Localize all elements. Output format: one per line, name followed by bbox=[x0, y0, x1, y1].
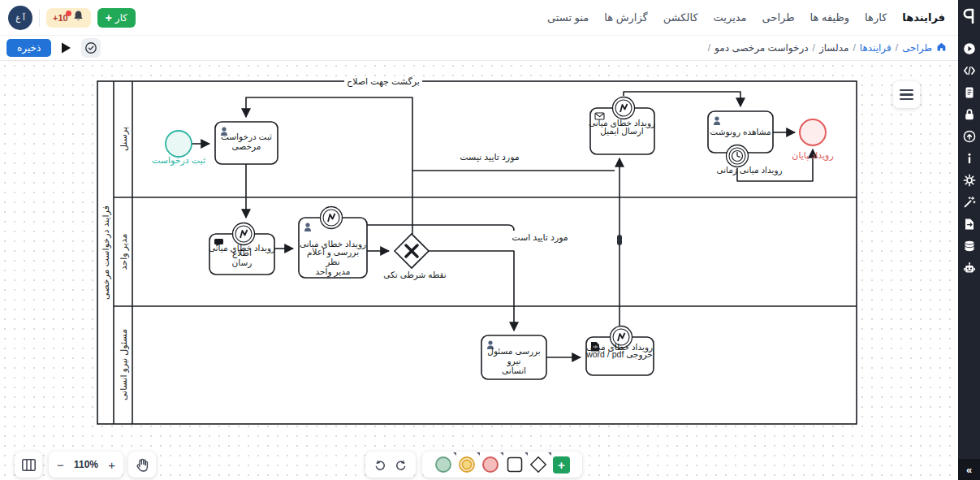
task-output-label: خروجی word / pdf bbox=[586, 349, 653, 359]
task-hr-label: بررسی مسئول نیروانسانی bbox=[481, 346, 546, 375]
breadcrumb-separator: / bbox=[853, 42, 855, 54]
app-root: آ غ +10 + کار فرایندها کارها وظیفه ها طر… bbox=[0, 0, 980, 480]
palette-task[interactable] bbox=[506, 456, 524, 474]
file-export-icon[interactable] bbox=[958, 213, 980, 235]
palette-add-button[interactable]: + bbox=[553, 456, 570, 474]
save-button[interactable]: ذخیره bbox=[6, 39, 51, 57]
start-event[interactable] bbox=[166, 131, 192, 157]
zoom-control: − 110% + bbox=[49, 452, 123, 478]
timer-event-label: رویداد میانی زمانی bbox=[716, 165, 782, 175]
redo-button[interactable] bbox=[395, 459, 408, 470]
nav-item-design[interactable]: طراحی bbox=[762, 11, 795, 24]
palette-gateway[interactable] bbox=[529, 456, 547, 474]
task-view-copy-label: مشاهده رونوشت bbox=[710, 127, 771, 136]
palette-start-event[interactable] bbox=[434, 456, 452, 474]
home-icon[interactable] bbox=[936, 41, 947, 54]
boundary-timer-event[interactable] bbox=[727, 145, 749, 167]
palette-option-tick bbox=[548, 452, 551, 456]
magic-wand-icon[interactable] bbox=[958, 191, 980, 213]
breadcrumb-separator: / bbox=[813, 42, 815, 54]
lane-title-unit-manager: مدیر واحد bbox=[118, 199, 129, 305]
boundary-error-event-email[interactable] bbox=[613, 97, 635, 119]
palette-option-tick bbox=[500, 452, 503, 456]
task-register-label: ثبت درخواستمرخصی bbox=[215, 132, 278, 151]
breadcrumb-processes[interactable]: فرایندها bbox=[860, 42, 891, 54]
zoom-in-button[interactable]: + bbox=[108, 459, 115, 471]
palette-intermediate-event[interactable] bbox=[458, 456, 476, 474]
pool-title: فرایند درخواست مرخصی bbox=[100, 171, 111, 334]
task-send-email-label: ارسال ایمیل bbox=[600, 126, 644, 136]
plus-icon: + bbox=[106, 12, 112, 24]
end-event-label: رویداد پایان bbox=[792, 150, 833, 160]
breadcrumb-modeler: مدلساز bbox=[819, 42, 849, 54]
breadcrumb-design[interactable]: طراحی bbox=[902, 42, 932, 54]
line-jump-marker bbox=[617, 235, 622, 245]
nav-item-duties[interactable]: وظیفه ها bbox=[810, 11, 850, 24]
task-review-label: بررسی و اعلام نظرمدیر واحد bbox=[299, 247, 367, 276]
collapse-chevrons: « bbox=[966, 464, 972, 476]
flow-label-approved: مورد تایید است bbox=[509, 232, 571, 242]
notification-dot bbox=[66, 11, 71, 16]
breadcrumb-separator: / bbox=[708, 42, 710, 54]
hand-icon bbox=[136, 458, 149, 472]
redo-icon bbox=[395, 459, 408, 470]
avatar[interactable]: آ غ bbox=[8, 6, 32, 30]
zoom-out-button[interactable]: − bbox=[57, 459, 64, 471]
history-controls bbox=[365, 452, 416, 478]
undo-icon bbox=[373, 459, 386, 470]
run-play-button[interactable] bbox=[61, 42, 71, 54]
palette-option-tick bbox=[477, 452, 480, 456]
topnav-user-cluster: آ غ +10 + کار bbox=[0, 6, 136, 30]
task-notify-label: اطلاعرسان bbox=[209, 248, 274, 267]
bpmn-diagram bbox=[0, 61, 958, 480]
lane-title-personnel: پرسنل bbox=[118, 82, 129, 196]
breadcrumb-separator: / bbox=[896, 42, 898, 54]
sidebar-icon-stack bbox=[958, 37, 980, 279]
palette-option-tick bbox=[453, 452, 456, 456]
add-task-button[interactable]: + کار bbox=[97, 8, 136, 28]
bpmn-canvas[interactable]: فرایند درخواست مرخصی پرسنل مدیر واحد مسئ… bbox=[0, 61, 958, 480]
breadcrumb: طراحی / فرایندها / مدلساز / درخواست مرخص… bbox=[708, 41, 958, 54]
breadcrumb-current-page: درخواست مرخصی دمو bbox=[714, 42, 808, 54]
upload-circle-icon[interactable] bbox=[958, 125, 980, 147]
app-logo[interactable] bbox=[958, 0, 980, 32]
palette: + bbox=[422, 452, 582, 478]
toolbar-row: ذخیره طراحی / فرایندها / مدلساز / درخواس… bbox=[0, 36, 958, 61]
settings-gear-icon[interactable] bbox=[958, 169, 980, 191]
divider bbox=[39, 9, 40, 27]
main-menu: فرایندها کارها وظیفه ها طراحی مدیریت کال… bbox=[547, 11, 958, 24]
database-icon[interactable] bbox=[958, 235, 980, 257]
bell-icon bbox=[72, 10, 84, 25]
sidebar-collapse-button[interactable]: « bbox=[958, 459, 980, 480]
flow-label-back-for-fix: برگشت جهت اصلاح bbox=[344, 76, 422, 86]
boundary-error-event-notify[interactable] bbox=[233, 223, 255, 245]
gateway-label: نقطه شرطی تکی bbox=[383, 270, 446, 279]
lane-title-hr-officer: مسئول نیرو انسانی bbox=[118, 308, 129, 422]
hamburger-icon bbox=[900, 89, 913, 92]
pan-tool-button[interactable] bbox=[128, 452, 156, 478]
end-event[interactable] bbox=[800, 119, 826, 145]
lock-icon[interactable] bbox=[958, 103, 980, 125]
nav-item-tasks[interactable]: کارها bbox=[865, 11, 887, 24]
play-circle-icon[interactable] bbox=[958, 37, 980, 59]
info-icon[interactable] bbox=[958, 147, 980, 169]
minimap-button[interactable] bbox=[15, 452, 42, 478]
nav-item-test-menu[interactable]: منو تستی bbox=[547, 11, 589, 24]
editor-actions: ذخیره bbox=[0, 38, 101, 58]
nav-item-collection[interactable]: کالکشن bbox=[663, 11, 698, 24]
nav-item-processes[interactable]: فرایندها bbox=[902, 11, 945, 24]
undo-button[interactable] bbox=[373, 459, 386, 470]
robot-icon[interactable] bbox=[958, 257, 980, 279]
notifications-button[interactable]: +10 bbox=[46, 8, 91, 28]
diagram-menu-button[interactable] bbox=[893, 81, 920, 108]
flow-label-not-approved: مورد تایید نیست bbox=[457, 152, 521, 162]
document-icon[interactable] bbox=[958, 81, 980, 103]
nav-item-reports[interactable]: گزارش ها bbox=[604, 11, 648, 24]
palette-option-tick bbox=[525, 452, 528, 456]
start-event-label: ثبت درخواست bbox=[152, 155, 205, 165]
code-icon[interactable] bbox=[958, 59, 980, 81]
palette-end-event[interactable] bbox=[481, 456, 499, 474]
nav-item-management[interactable]: مدیریت bbox=[714, 11, 747, 24]
boundary-error-event-review[interactable] bbox=[321, 207, 343, 229]
validate-button[interactable] bbox=[81, 38, 101, 58]
